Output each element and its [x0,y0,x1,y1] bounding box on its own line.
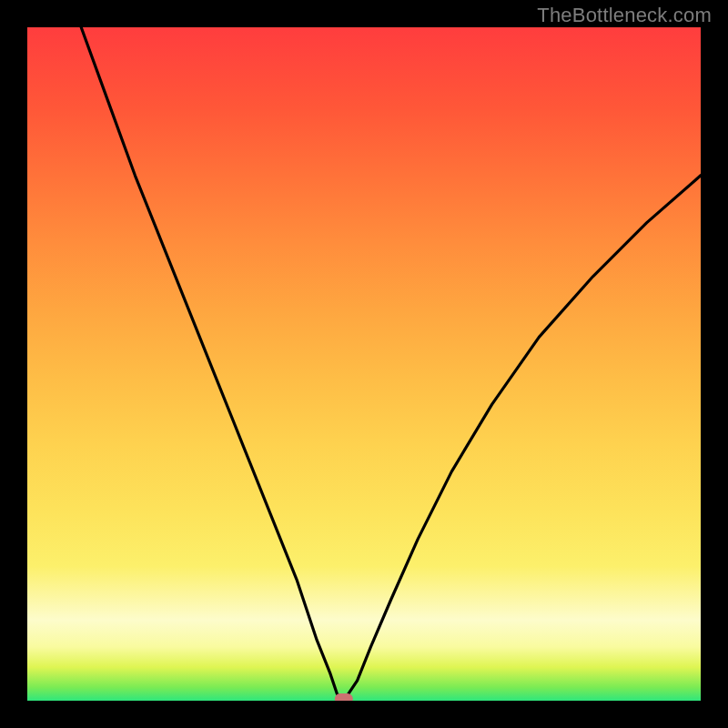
minimum-marker [335,693,353,701]
curve-right-branch [344,176,701,701]
plot-area [27,27,701,701]
plot-svg [27,27,701,701]
curve-left-branch [81,27,344,701]
chart-container: TheBottleneck.com [0,0,728,728]
watermark-text: TheBottleneck.com [537,4,712,27]
